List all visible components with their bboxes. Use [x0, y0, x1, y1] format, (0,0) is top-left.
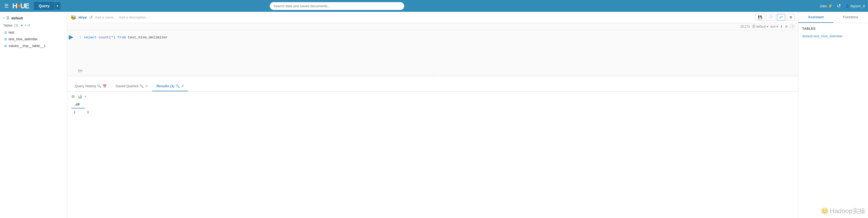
- code-line-1: 1 select count(*) from test_hive_delimit…: [76, 35, 798, 40]
- tab-saved-queries-label: Saved Queries: [115, 84, 138, 88]
- jobs-label: Jobs: [819, 4, 827, 8]
- query-main-button[interactable]: Query: [34, 2, 54, 10]
- settings-button[interactable]: ⚙: [787, 14, 795, 21]
- jobs-link[interactable]: Jobs ⚡: [819, 4, 833, 8]
- tab-query-history[interactable]: Query History 🔍 📅: [70, 81, 111, 91]
- right-tab-functions[interactable]: Functions: [833, 12, 868, 23]
- db-selector[interactable]: 🗄 default ▾: [752, 25, 768, 29]
- new-document-button[interactable]: 📄: [766, 14, 775, 21]
- tables-refresh-icon[interactable]: ↺: [27, 24, 30, 27]
- navbar: ☰ H UE Query ▾ Jobs ⚡ ↺ 👤 fayson_d: [0, 0, 868, 12]
- chart-dropdown[interactable]: ▾: [85, 95, 86, 98]
- sidebar-item-values-tmp[interactable]: ⊞ values__tmp__table__1: [0, 42, 67, 49]
- code-editor[interactable]: ▶ 1 select count(*) from test_hive_delim…: [67, 30, 798, 76]
- results-expand-icon: ↗: [181, 84, 184, 88]
- query-history-search-icon: 🔍: [97, 84, 101, 88]
- editor-name-input[interactable]: Add a name...: [95, 15, 117, 19]
- user-label: fayson_d: [850, 4, 865, 8]
- results-tabs: Query History 🔍 📅 Saved Queries 🔍 ↺ Resu…: [67, 81, 798, 92]
- user-link[interactable]: 👤 fayson_d: [845, 4, 865, 8]
- left-sidebar: ‹ 🗄 default Tables (3) ▼ + ↺ ⊞ test ⊞ te…: [0, 12, 67, 218]
- format-arrow: ▾: [776, 25, 778, 29]
- editor-toolbar: 🐝 Hive ↺ Add a name... Add a description…: [67, 12, 798, 23]
- lang-label: Hive: [79, 15, 87, 20]
- query-dropdown-button[interactable]: ▾: [54, 2, 60, 10]
- query-button-group: Query ▾: [34, 2, 60, 10]
- undo-nav-button[interactable]: ↺: [837, 3, 841, 9]
- editor-expand-arrow[interactable]: ▾: [81, 69, 83, 72]
- db-meta-arrow: ▾: [767, 25, 768, 29]
- editor-expand-icon[interactable]: ⊟: [78, 68, 81, 73]
- editor-settings-icon[interactable]: ⚙: [785, 25, 788, 29]
- logo-ue: UE: [21, 2, 29, 10]
- run-query-button[interactable]: ▶: [69, 34, 73, 41]
- db-icon: 🗄: [6, 16, 10, 20]
- sidebar-db-header: ‹ 🗄 default: [0, 14, 67, 22]
- results-area: Query History 🔍 📅 Saved Queries 🔍 ↺ Resu…: [67, 81, 798, 218]
- tab-results-label: Results (1): [156, 84, 174, 88]
- editor-undo-button[interactable]: ↺: [89, 15, 93, 20]
- table-grid-icon-2: ⊞: [4, 37, 7, 41]
- main-layout: ‹ 🗄 default Tables (3) ▼ + ↺ ⊞ test ⊞ te…: [0, 12, 868, 218]
- sidebar-item-test-hive-delimiter[interactable]: ⊞ test_hive_delimiter: [0, 36, 67, 42]
- results-table: _c0 1 1: [71, 101, 94, 116]
- sidebar-db-name: default: [11, 16, 23, 20]
- sidebar-item-test[interactable]: ⊞ test: [0, 29, 67, 36]
- right-panel-content: Tables default.test_hive_delimiter: [798, 23, 868, 43]
- results-search-icon: 🔍: [176, 84, 180, 88]
- db-meta-label: default: [756, 25, 766, 29]
- row-number: 1: [71, 108, 85, 116]
- resize-handle[interactable]: ···: [67, 76, 798, 81]
- results-header-row: ⊞ 📊 ▾: [71, 94, 794, 99]
- editor-expand-row: ⊟ ▾: [76, 67, 798, 74]
- tab-saved-queries[interactable]: Saved Queries 🔍 ↺: [111, 81, 152, 91]
- editor-toolbar-right: 💾 📄 🏷 ⚙: [755, 14, 795, 21]
- tab-query-history-label: Query History: [75, 84, 96, 88]
- editor-code-area[interactable]: 1 select count(*) from test_hive_delimit…: [76, 33, 798, 67]
- sidebar-tables-header: Tables (3) ▼ + ↺: [0, 22, 67, 29]
- code-editor-container: ▶ 1 select count(*) from test_hive_delim…: [67, 30, 798, 76]
- download-icon[interactable]: ⬇: [780, 25, 783, 29]
- sidebar-table-name-test: test: [9, 30, 14, 34]
- chart-view-button[interactable]: 📊: [78, 94, 82, 99]
- right-panel: Assistant Functions Tables default.test_…: [798, 12, 868, 218]
- hamburger-menu[interactable]: ☰: [3, 2, 10, 10]
- query-time: 25.27s: [740, 25, 750, 29]
- query-history-calendar-icon: 📅: [103, 84, 107, 88]
- right-panel-tabs: Assistant Functions: [798, 12, 868, 23]
- tables-filter-icon[interactable]: ▼: [20, 24, 23, 27]
- editor-area: 🐝 Hive ↺ Add a name... Add a description…: [67, 12, 798, 218]
- save-document-button[interactable]: 💾: [755, 14, 765, 21]
- grid-view-button[interactable]: ⊞: [71, 94, 75, 99]
- db-meta-icon: 🗄: [752, 25, 755, 29]
- tables-label: Tables: [3, 24, 12, 27]
- results-content: ⊞ 📊 ▾ _c0 1 1: [67, 92, 798, 218]
- format-label: text: [770, 25, 776, 29]
- app-logo: H UE: [12, 2, 29, 10]
- right-panel-tables-title: Tables: [802, 27, 864, 31]
- results-table-header-row: _c0: [71, 101, 94, 108]
- help-icon[interactable]: ?: [790, 24, 795, 29]
- tag-button[interactable]: 🏷: [777, 14, 785, 21]
- editor-desc-input[interactable]: Add a description...: [119, 15, 149, 19]
- search-container: [270, 2, 404, 10]
- results-column-header: _c0: [71, 101, 85, 108]
- search-input[interactable]: [270, 2, 404, 10]
- line-number-1: 1: [76, 35, 84, 39]
- table-grid-icon: ⊞: [4, 31, 7, 34]
- row-value: 1: [85, 108, 94, 116]
- saved-queries-refresh-icon: ↺: [145, 84, 148, 88]
- lang-icon: 🐝: [70, 14, 76, 21]
- tables-add-icon[interactable]: +: [25, 24, 26, 27]
- sidebar-table-name-tmp: values__tmp__table__1: [9, 44, 46, 48]
- sidebar-back-button[interactable]: ‹: [3, 15, 5, 21]
- navbar-right-section: Jobs ⚡ ↺ 👤 fayson_d: [819, 3, 865, 9]
- logo-h: H: [12, 2, 17, 10]
- query-meta-bar: 25.27s 🗄 default ▾ text ▾ ⬇ ⚙ ?: [67, 23, 798, 30]
- right-panel-table-item[interactable]: default.test_hive_delimiter: [802, 33, 864, 39]
- tab-results[interactable]: Results (1) 🔍 ↗: [152, 81, 188, 91]
- right-tab-assistant[interactable]: Assistant: [798, 12, 833, 23]
- logo-dot: [17, 5, 20, 7]
- jobs-icon: ⚡: [828, 4, 833, 8]
- format-selector[interactable]: text ▾: [770, 25, 778, 29]
